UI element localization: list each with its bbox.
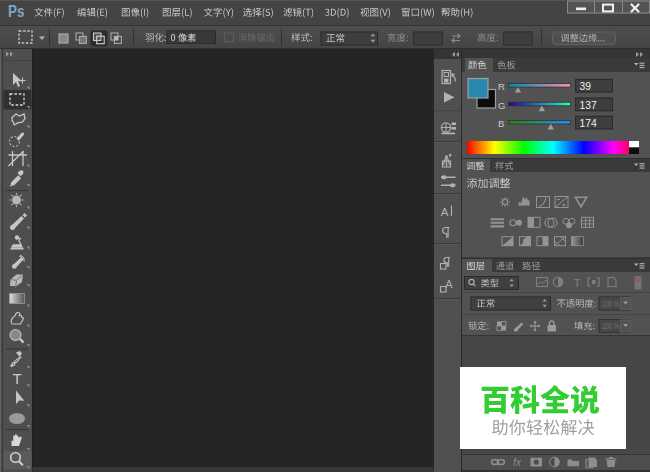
svg-text:R: R xyxy=(498,81,505,92)
svg-text:174: 174 xyxy=(580,118,597,129)
svg-text:A: A xyxy=(441,206,449,218)
svg-text:100 %: 100 % xyxy=(602,299,620,309)
svg-text:T: T xyxy=(12,370,21,387)
svg-text:T: T xyxy=(574,277,581,289)
svg-text:100 %: 100 % xyxy=(602,321,620,331)
svg-text:G: G xyxy=(498,100,505,111)
svg-text:fx: fx xyxy=(513,457,522,468)
svg-text:39: 39 xyxy=(580,81,592,92)
svg-text:Ps: Ps xyxy=(8,3,25,20)
svg-text:B: B xyxy=(498,118,504,129)
svg-text:137: 137 xyxy=(580,100,597,111)
